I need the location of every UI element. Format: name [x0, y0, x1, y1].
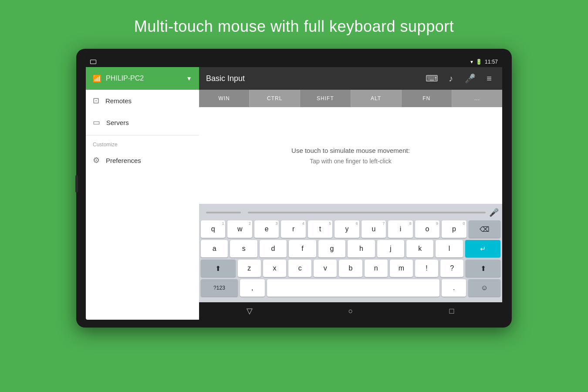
key-s[interactable]: s	[230, 240, 257, 257]
key-v[interactable]: v	[314, 260, 337, 277]
key-z[interactable]: z	[238, 260, 261, 277]
keyboard-row-3: ⬆ z x c v b n m ! ? ⬆	[201, 260, 500, 277]
status-bar: ▾ 🔋 11:57	[86, 57, 502, 67]
bottom-nav: ▽ ○ □	[199, 302, 502, 320]
key-exclaim[interactable]: !	[415, 260, 438, 277]
battery-icon: 🔋	[476, 59, 482, 65]
key-r[interactable]: 4r	[281, 220, 305, 238]
kb-handle-left	[206, 212, 241, 213]
comma-key[interactable]: ,	[240, 279, 265, 297]
time-display: 11:57	[485, 59, 498, 65]
keyboard-row-1: 1q 2w 3e 4r 5t 6y 7u 8i 9o 0p ⌫	[201, 220, 500, 238]
keyboard-top-bar: 🎤	[201, 206, 500, 219]
app-toolbar: Basic Input ⌨ ♪ 🎤 ≡	[199, 67, 502, 90]
home-nav-button[interactable]: ○	[342, 307, 359, 316]
key-w[interactable]: 2w	[227, 220, 252, 238]
drawer-item-servers[interactable]: ▭ Servers	[86, 112, 199, 133]
drawer-item-preferences[interactable]: ⚙ Preferences	[86, 149, 199, 171]
num-switch-key[interactable]: ?123	[201, 279, 238, 297]
key-a[interactable]: a	[201, 240, 228, 257]
screen-icon	[90, 60, 96, 64]
emoji-key[interactable]: ☺	[468, 279, 500, 297]
shift-right-key[interactable]: ⬆	[466, 260, 500, 277]
alt-key[interactable]: ALT	[351, 90, 402, 107]
music-icon[interactable]: ♪	[445, 74, 457, 84]
drawer-header[interactable]: 📶 PHILIP-PC2 ▼	[86, 67, 199, 90]
key-l[interactable]: l	[436, 240, 463, 257]
key-h[interactable]: h	[348, 240, 375, 257]
servers-label: Servers	[106, 119, 129, 126]
shift-left-key[interactable]: ⬆	[201, 260, 236, 277]
remotes-label: Remotes	[105, 97, 132, 105]
more-key[interactable]: ...	[452, 90, 502, 107]
fn-key[interactable]: FN	[402, 90, 452, 107]
drawer-item-remotes[interactable]: ⊡ Remotes	[86, 90, 199, 112]
key-o[interactable]: 9o	[415, 220, 439, 238]
recent-nav-button[interactable]: □	[443, 307, 460, 316]
shift-key[interactable]: SHIFT	[300, 90, 351, 107]
key-b[interactable]: b	[339, 260, 362, 277]
mic-icon[interactable]: 🎤	[464, 73, 476, 84]
key-f[interactable]: f	[289, 240, 316, 257]
key-y[interactable]: 6y	[335, 220, 359, 238]
mouse-hint-1: Use touch to simulate mouse movement:	[291, 147, 410, 154]
preferences-label: Preferences	[106, 157, 141, 164]
toolbar-title: Basic Input	[206, 74, 419, 83]
prefs-icon: ⚙	[93, 155, 100, 165]
space-key[interactable]	[267, 279, 439, 297]
content-panel: Basic Input ⌨ ♪ 🎤 ≡ WIN CTRL SHIFT ALT F…	[199, 67, 502, 320]
ctrl-key[interactable]: CTRL	[250, 90, 300, 107]
key-u[interactable]: 7u	[362, 220, 386, 238]
key-g[interactable]: g	[318, 240, 345, 257]
keyboard-icon[interactable]: ⌨	[426, 73, 438, 84]
menu-icon[interactable]: ≡	[483, 74, 495, 84]
key-j[interactable]: j	[377, 240, 404, 257]
key-x[interactable]: x	[263, 260, 286, 277]
key-c[interactable]: c	[288, 260, 311, 277]
key-m[interactable]: m	[390, 260, 413, 277]
drawer-divider	[86, 135, 199, 135]
modifier-key-row: WIN CTRL SHIFT ALT FN ...	[199, 90, 502, 107]
key-t[interactable]: 5t	[308, 220, 332, 238]
key-e[interactable]: 3e	[254, 220, 279, 238]
dot-key[interactable]: .	[442, 279, 466, 297]
key-p[interactable]: 0p	[442, 220, 466, 238]
kb-mic-icon[interactable]: 🎤	[489, 208, 499, 217]
side-button	[75, 175, 78, 193]
wifi-drawer-icon: 📶	[93, 74, 101, 83]
backspace-key[interactable]: ⌫	[469, 220, 500, 238]
drawer-server-name: PHILIP-PC2	[106, 74, 182, 82]
key-n[interactable]: n	[365, 260, 388, 277]
remotes-icon: ⊡	[93, 96, 99, 105]
mouse-hint-2: Tap with one finger to left-click	[310, 158, 392, 165]
key-d[interactable]: d	[260, 240, 287, 257]
tablet-device: ▾ 🔋 11:57 📶 PHILIP-PC2 ▼ ⊡ Remotes ▭	[76, 49, 512, 328]
back-nav-button[interactable]: ▽	[241, 306, 258, 316]
servers-icon: ▭	[93, 118, 100, 127]
keyboard-row-4: ?123 , . ☺	[201, 279, 500, 297]
keyboard-area: 🎤 1q 2w 3e 4r 5t 6y 7u 8i 9o 0p ⌫	[199, 204, 502, 302]
key-i[interactable]: 8i	[388, 220, 412, 238]
mouse-pad-area[interactable]: Use touch to simulate mouse movement: Ta…	[199, 107, 502, 204]
drawer-chevron-icon: ▼	[186, 75, 192, 82]
keyboard-row-2: a s d f g h j k l ↵	[201, 240, 500, 257]
win-key[interactable]: WIN	[199, 90, 250, 107]
enter-key[interactable]: ↵	[465, 240, 500, 257]
key-q[interactable]: 1q	[201, 220, 225, 238]
drawer: 📶 PHILIP-PC2 ▼ ⊡ Remotes ▭ Servers Custo…	[86, 67, 199, 320]
wifi-icon: ▾	[470, 59, 473, 65]
customize-label: Customize	[86, 137, 199, 149]
key-k[interactable]: k	[406, 240, 433, 257]
page-title: Multi-touch mouse with full keyboard sup…	[134, 17, 454, 36]
kb-handle-center	[248, 212, 486, 213]
key-question[interactable]: ?	[440, 260, 463, 277]
